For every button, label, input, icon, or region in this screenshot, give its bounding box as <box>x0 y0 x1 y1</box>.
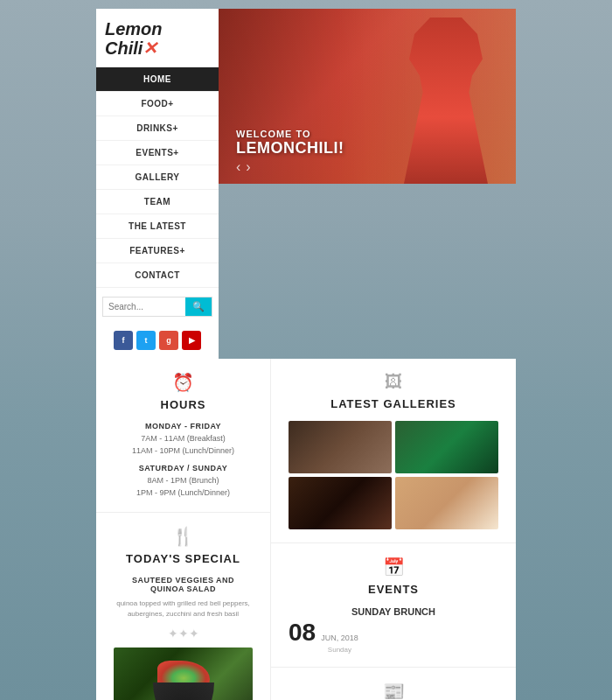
event-day-number: 08 <box>289 620 316 645</box>
nav-item-events[interactable]: EVENTS+ <box>96 141 219 165</box>
hero-text-block: WELCOME TO LEMONCHILI! <box>236 129 344 158</box>
events-section: 📅 EVENTS SUNDAY BRUNCH 08 JUN, 2018 Sund… <box>271 543 516 668</box>
special-food-image <box>114 648 253 700</box>
galleries-title: LATEST GALLERIES <box>289 397 498 410</box>
nav-item-food[interactable]: FOOD+ <box>96 92 219 116</box>
facebook-icon[interactable]: f <box>114 331 133 350</box>
bowl-shape <box>153 682 214 700</box>
sidebar: LemonChili✕ HOME FOOD+ DRINKS+ EVENTS+ G… <box>96 9 219 359</box>
google-plus-icon[interactable]: g <box>159 331 178 350</box>
social-icons: f t g ▶ <box>114 331 201 350</box>
search-bar[interactable]: 🔍 <box>102 297 212 317</box>
todays-special-section: 🍴 TODAY'S SPECIAL SAUTEED VEGGIES AND QU… <box>96 513 270 700</box>
gallery-grid <box>289 421 498 529</box>
the-latest-section: 📰 THE LATEST TRY OUR NEW FAVORITE: ETHIO… <box>271 668 516 700</box>
gallery-thumb-3[interactable] <box>289 477 392 529</box>
clock-icon: ⏰ <box>114 372 253 393</box>
hours-weekend-times: 8AM - 1PM (Brunch) 1PM - 9PM (Lunch/Dinn… <box>114 475 253 499</box>
nav-item-gallery[interactable]: GALLERY <box>96 165 219 190</box>
logo[interactable]: LemonChili✕ <box>96 9 219 67</box>
hours-weekday-label: MONDAY - FRIDAY <box>114 422 253 430</box>
gallery-thumb-4[interactable] <box>395 477 498 529</box>
hours-section: ⏰ HOURS MONDAY - FRIDAY 7AM - 11AM (Brea… <box>96 359 270 513</box>
fork-icon: 🍴 <box>114 526 253 547</box>
calendar-icon: 📅 <box>289 556 498 578</box>
special-title: TODAY'S SPECIAL <box>114 552 253 565</box>
main-wrapper: LemonChili✕ HOME FOOD+ DRINKS+ EVENTS+ G… <box>96 9 516 700</box>
nav-item-contact[interactable]: CONTACT <box>96 263 219 288</box>
event-month-year-block: JUN, 2018 Sunday <box>321 634 358 654</box>
event-day-of-week: Sunday <box>321 646 358 654</box>
hero-next-arrow[interactable]: › <box>246 159 250 175</box>
youtube-icon[interactable]: ▶ <box>182 331 201 350</box>
hours-title: HOURS <box>114 398 253 411</box>
search-button[interactable]: 🔍 <box>185 298 212 316</box>
right-column: 🖼 LATEST GALLERIES 📅 EVENTS SUNDAY BRUNC… <box>271 359 516 700</box>
nav-item-drinks[interactable]: DRINKS+ <box>96 116 219 141</box>
gallery-thumb-2[interactable] <box>395 421 498 473</box>
content-area: ⏰ HOURS MONDAY - FRIDAY 7AM - 11AM (Brea… <box>96 359 516 700</box>
hero-welcome-line: WELCOME TO <box>236 129 344 139</box>
hours-weekend-label: SATURDAY / SUNDAY <box>114 464 253 472</box>
events-title: EVENTS <box>289 583 498 596</box>
event-name: SUNDAY BRUNCH <box>289 606 498 617</box>
hero-title: LEMONCHILI! <box>236 139 344 158</box>
nav-item-latest[interactable]: THE LATEST <box>96 214 219 239</box>
galleries-section: 🖼 LATEST GALLERIES <box>271 359 516 543</box>
hours-weekday-times: 7AM - 11AM (Breakfast) 11AM - 10PM (Lunc… <box>114 433 253 457</box>
event-date-row: 08 JUN, 2018 Sunday <box>289 620 498 654</box>
nav-item-team[interactable]: TEAM <box>96 190 219 214</box>
gallery-thumb-1[interactable] <box>289 421 392 473</box>
logo-x: ✕ <box>143 38 157 58</box>
left-column: ⏰ HOURS MONDAY - FRIDAY 7AM - 11AM (Brea… <box>96 359 271 700</box>
search-input[interactable] <box>103 298 185 316</box>
twitter-icon[interactable]: t <box>136 331 156 350</box>
hero-prev-arrow[interactable]: ‹ <box>236 159 240 175</box>
news-icon: 📰 <box>289 681 498 700</box>
special-separator: ✦✦✦ <box>114 626 253 640</box>
nav-item-home[interactable]: HOME <box>96 67 219 92</box>
gallery-icon: 🖼 <box>289 372 498 392</box>
special-dish-name: SAUTEED VEGGIES AND QUINOA SALAD <box>114 576 253 593</box>
top-section: LemonChili✕ HOME FOOD+ DRINKS+ EVENTS+ G… <box>96 9 516 359</box>
nav-item-features[interactable]: FEATURES+ <box>96 239 219 263</box>
nav-menu: HOME FOOD+ DRINKS+ EVENTS+ GALLERY TEAM <box>96 67 219 288</box>
event-month-year: JUN, 2018 <box>321 634 358 644</box>
special-description: quinoa topped with grilled red bell pepp… <box>114 598 253 620</box>
logo-text: LemonChili✕ <box>105 19 210 58</box>
hero-banner: WELCOME TO LEMONCHILI! ‹ › <box>219 9 516 184</box>
hero-arrows: ‹ › <box>236 159 251 175</box>
